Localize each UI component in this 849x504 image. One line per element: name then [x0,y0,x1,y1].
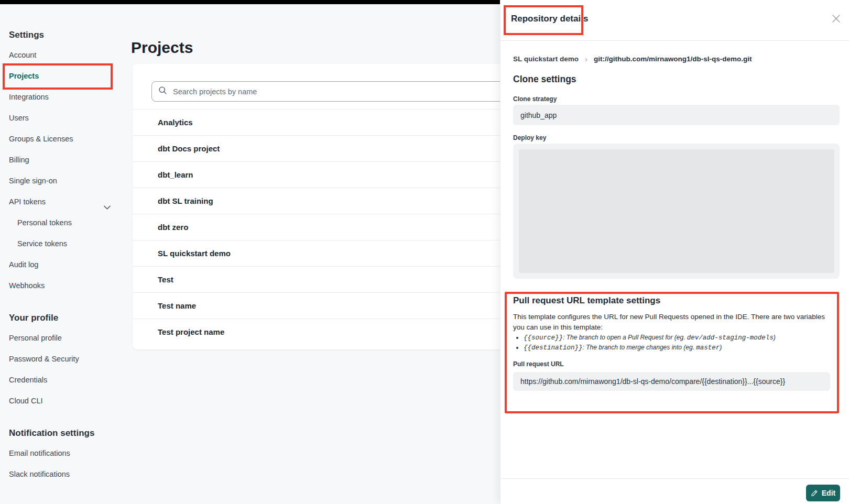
annotation-box-pr-template-section [505,292,839,413]
clone-strategy-label: Clone strategy [513,95,557,103]
sidebar-settings-header: Settings [9,30,44,40]
edit-button[interactable]: Edit [806,485,840,501]
sidebar-item-integrations[interactable]: Integrations [9,86,129,107]
clone-settings-heading: Clone settings [513,74,576,85]
deploy-key-redacted-value [519,149,834,273]
pr-template-description: This template configures the URL for new… [513,312,835,333]
sidebar-item-cloud-cli[interactable]: Cloud CLI [9,390,129,411]
breadcrumb: SL quickstart demo › git://github.com/mi… [513,54,752,63]
sidebar-item-single-sign-on[interactable]: Single sign-on [9,170,129,191]
sidebar-item-password-security[interactable]: Password & Security [9,348,129,369]
close-icon[interactable] [830,13,842,24]
sidebar-item-personal-profile[interactable]: Personal profile [9,327,129,348]
list-item: {{destination}}: The branch to merge cha… [524,343,776,353]
pencil-icon [811,489,818,497]
search-icon [158,86,167,97]
sidebar-item-email-notifications[interactable]: Email notifications [9,443,129,464]
sidebar-item-service-tokens[interactable]: Service tokens [9,233,129,254]
app-screen: Settings Account Projects Integrations U… [0,0,849,504]
breadcrumb-repo-url: git://github.com/mirnawong1/db-sl-qs-dem… [594,55,752,63]
sidebar-item-projects[interactable]: Projects [9,65,129,86]
sidebar-item-audit-log[interactable]: Audit log [9,254,129,275]
sidebar-item-webhooks[interactable]: Webhooks [9,275,129,296]
pr-template-heading: Pull request URL template settings [513,295,660,306]
sidebar-item-users[interactable]: Users [9,107,129,128]
drawer-header-divider [500,40,849,41]
list-item: {{source}}: The branch to open a Pull Re… [524,333,776,343]
chevron-right-icon: › [585,54,587,63]
sidebar-profile-header: Your profile [9,313,58,323]
drawer-footer-divider [500,478,849,479]
breadcrumb-project: SL quickstart demo [513,55,579,63]
clone-strategy-value: github_app [513,105,840,125]
sidebar-item-credentials[interactable]: Credentials [9,369,129,390]
drawer-title: Repository details [511,14,588,24]
top-black-bar [0,0,500,4]
deploy-key-label: Deploy key [513,134,546,141]
sidebar-notifications-header: Notification settings [9,428,94,439]
pull-request-url-value: https://github.com/mirnawong1/db-sl-qs-d… [513,372,830,391]
page-title: Projects [131,39,193,57]
sidebar-item-api-tokens[interactable]: API tokens [9,191,129,212]
sidebar-item-account[interactable]: Account [9,45,129,65]
repository-details-drawer: Repository details SL quickstart demo › … [500,0,849,504]
sidebar-item-billing[interactable]: Billing [9,149,129,170]
pull-request-url-label: Pull request URL [513,360,564,368]
pr-template-variables-list: {{source}}: The branch to open a Pull Re… [515,333,776,353]
sidebar-item-slack-notifications[interactable]: Slack notifications [9,464,129,485]
sidebar-item-personal-tokens[interactable]: Personal tokens [9,212,129,233]
deploy-key-field [513,144,840,279]
sidebar-item-groups-licenses[interactable]: Groups & Licenses [9,128,129,149]
